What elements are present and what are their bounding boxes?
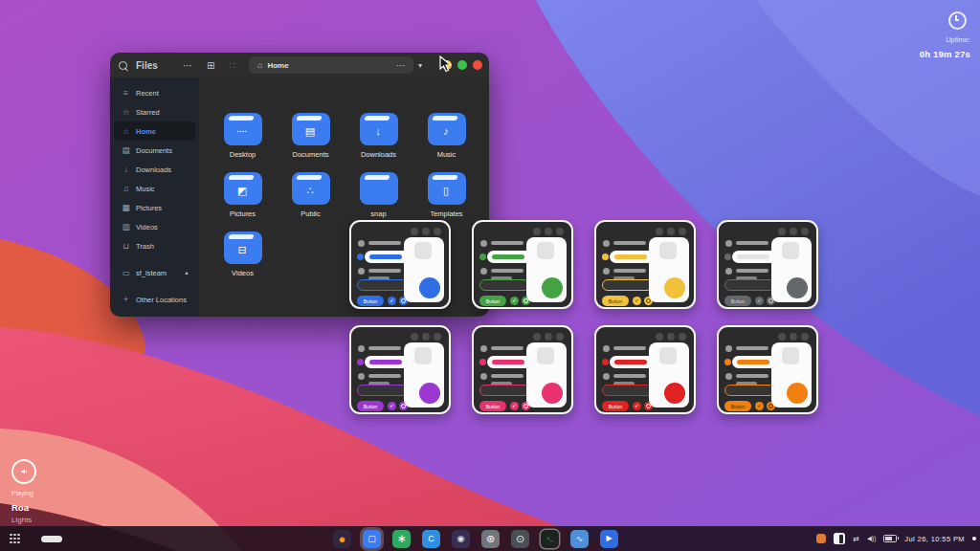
tray-notes-icon[interactable] <box>834 533 845 544</box>
mini-list-dot <box>480 268 487 275</box>
taskbar-app-terminal[interactable]: >_ <box>541 530 559 548</box>
sidebar-item-documents[interactable]: ▤ Documents <box>114 141 195 160</box>
folder-public[interactable]: ∴ Public <box>277 172 345 231</box>
search-icon[interactable] <box>119 53 127 77</box>
mini-list-bar <box>491 241 523 245</box>
taskbar-app-c-app[interactable]: C <box>422 530 440 548</box>
uptime-widget: Uptime: 0h 19m 27s <box>903 11 970 59</box>
mini-check-icon: ✓ <box>633 402 641 410</box>
taskbar-app-camera[interactable]: ◉ <box>452 530 470 548</box>
sidebar-item-pictures[interactable]: ▦ Pictures <box>114 198 195 217</box>
network-icon[interactable]: ⇄ <box>853 535 859 543</box>
mini-list-bar <box>736 269 768 273</box>
sidebar-item-label: Recent <box>136 89 159 98</box>
mini-content-panel <box>526 237 567 302</box>
sidebar-item-other-locations[interactable]: + Other Locations <box>114 290 195 309</box>
sidebar-item-videos[interactable]: ▥ Videos <box>114 217 195 236</box>
tabs-icon[interactable]: ⊞ <box>207 53 214 77</box>
accent-cards-grid: Button ✓ Button ✓ <box>349 220 828 414</box>
mini-thumbnail <box>659 242 677 259</box>
accent-card-yellow[interactable]: Button ✓ <box>594 220 696 309</box>
folder-pictures[interactable]: ◩ Pictures <box>209 172 277 231</box>
sidebar-item-recent[interactable]: ≡ Recent <box>114 83 195 102</box>
grid-view-icon[interactable]: ∷ <box>229 53 234 77</box>
mini-selected-dot <box>357 253 364 260</box>
folder-icon: ▯ <box>428 172 466 205</box>
taskbar-app-player[interactable]: ▶ <box>600 530 618 548</box>
taskbar-app-gradience[interactable]: ∿ <box>570 530 589 548</box>
maximize-button[interactable] <box>457 60 467 70</box>
sidebar-item-device[interactable]: ▭ sf_lsteam ▲ <box>114 263 195 282</box>
sidebar-item-downloads[interactable]: ↓ Downloads <box>114 160 195 179</box>
mini-thumbnail <box>782 347 799 364</box>
taskbar-app-software[interactable]: ∗ <box>392 530 411 548</box>
mini-text-entry <box>479 385 530 396</box>
volume-icon[interactable]: ◀)) <box>867 535 876 542</box>
accent-card-purple[interactable]: Button ✓ <box>349 325 451 414</box>
mini-text-entry <box>602 279 653 291</box>
folder-icon: ♪ <box>428 113 466 145</box>
close-button[interactable] <box>473 60 482 70</box>
accent-card-red[interactable]: Button ✓ <box>594 325 696 414</box>
mini-text-entry <box>357 385 408 396</box>
battery-icon[interactable] <box>883 535 897 543</box>
taskbar-app-firefox[interactable]: ● <box>333 530 351 548</box>
taskbar-app-tweaks[interactable]: ⊙ <box>511 530 529 548</box>
taskbar-app-settings[interactable]: ⊛ <box>481 530 500 548</box>
mini-list-dot <box>603 345 610 352</box>
mini-button: Button <box>479 296 506 306</box>
chevron-down-icon[interactable]: ▾ <box>418 53 422 77</box>
folder-downloads[interactable]: ↓ Downloads <box>345 113 412 172</box>
mini-check-icon: ✓ <box>388 402 396 410</box>
mini-list-dot <box>603 373 610 380</box>
folder-icon: ⊟ <box>224 231 262 264</box>
mini-thumbnail <box>659 347 677 364</box>
minimized-window-pill[interactable] <box>41 536 62 542</box>
accent-card-blue[interactable]: Button ✓ <box>349 220 451 309</box>
mini-content-panel <box>771 237 812 302</box>
folder-videos[interactable]: ⊟ Videos <box>209 231 277 291</box>
folder-name: Music <box>437 150 457 159</box>
mini-text-entry <box>724 279 775 291</box>
app-launcher-icon[interactable] <box>10 534 12 537</box>
desktop: Uptime: 0h 19m 27s Playing Roa Lights Fi… <box>0 0 980 551</box>
folder-name: Pictures <box>230 209 256 218</box>
folder-glyph: ▤ <box>305 125 316 138</box>
accent-card-pink[interactable]: Button ✓ <box>472 325 573 414</box>
folder-desktop[interactable]: ▪▪▪▪ Desktop <box>209 113 277 172</box>
mini-window-controls <box>656 333 686 341</box>
mini-list-bar <box>368 269 401 273</box>
folder-name: Documents <box>293 150 329 159</box>
mini-check-icon: ✓ <box>755 402 764 410</box>
accent-card-slate[interactable]: Button ✓ <box>717 220 818 309</box>
eject-icon[interactable]: ▲ <box>184 270 189 276</box>
mini-button: Button <box>479 401 506 411</box>
menu-icon[interactable]: ⋯ <box>183 53 192 77</box>
path-menu-icon[interactable]: ⋯ <box>396 60 406 71</box>
app-icon-glyph: ∿ <box>576 535 584 543</box>
sidebar-item-icon: ▤ <box>120 145 132 155</box>
pathbar[interactable]: ⌂ Home ⋯ <box>249 56 413 74</box>
sidebar-item-icon: ☆ <box>120 107 132 117</box>
sidebar-item-music[interactable]: ♫ Music <box>114 179 195 198</box>
plus-icon: + <box>120 295 132 304</box>
accent-card-green[interactable]: Button ✓ <box>472 220 573 309</box>
mini-accent-circle <box>664 277 685 298</box>
sidebar-item-starred[interactable]: ☆ Starred <box>114 102 195 121</box>
sidebar-item-trash[interactable]: ⊔ Trash <box>114 236 195 255</box>
music-subtitle: Lights <box>11 516 36 524</box>
mini-thumbnail <box>537 242 554 259</box>
mini-list-bar <box>491 374 523 378</box>
taskbar-app-files[interactable]: ▢ <box>363 530 381 548</box>
accent-card-orange[interactable]: Button ✓ <box>717 325 818 414</box>
mini-list-bar <box>491 269 523 273</box>
folder-music[interactable]: ♪ Music <box>412 113 480 172</box>
taskbar-clock[interactable]: Jul 26, 10:55 PM <box>904 535 965 543</box>
folder-documents[interactable]: ▤ Documents <box>277 113 345 172</box>
sidebar-item-home[interactable]: ⌂ Home <box>114 121 195 141</box>
app-icon-glyph: C <box>428 535 434 543</box>
mini-accent-circle <box>787 277 808 298</box>
folder-name: Templates <box>430 209 462 218</box>
mini-accent-circle <box>419 383 440 404</box>
tray-orange-indicator-icon[interactable] <box>816 534 826 543</box>
